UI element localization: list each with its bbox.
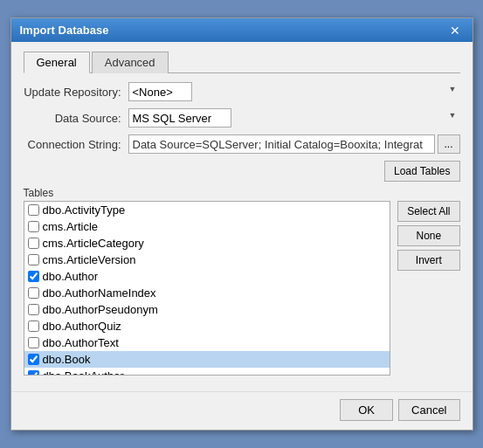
dialog-footer: OK Cancel [11,391,473,430]
data-source-select-wrapper: MS SQL Server [128,108,460,128]
tables-section: dbo.ActivityTypecms.Articlecms.ArticleCa… [24,201,460,376]
connection-string-label: Connection String: [24,138,128,151]
close-button[interactable]: ✕ [446,24,464,37]
table-name: cms.ArticleVersion [43,253,136,266]
table-checkbox[interactable] [28,354,39,365]
update-repository-label: Update Repository: [24,86,128,99]
load-tables-button[interactable]: Load Tables [384,161,460,182]
connection-string-row: Connection String: ... [24,134,460,154]
table-row[interactable]: dbo.BookAuthor [24,368,390,376]
load-tables-row: Load Tables [24,161,460,182]
table-row[interactable]: cms.Article [24,218,390,235]
table-row[interactable]: dbo.Book [24,351,390,368]
table-name: dbo.AuthorText [43,336,119,349]
table-row[interactable]: cms.ArticleVersion [24,252,390,268]
table-checkbox[interactable] [28,221,39,232]
table-name: dbo.ActivityType [43,203,126,217]
cancel-button[interactable]: Cancel [398,399,459,421]
import-database-dialog: Import Database ✕ General Advanced Updat… [10,17,473,431]
data-source-label: Data Source: [24,112,128,125]
table-name: dbo.BookAuthor [43,369,124,376]
dialog-body: General Advanced Update Repository: <Non… [11,42,473,391]
table-row[interactable]: dbo.Author [24,268,390,285]
table-name: cms.ArticleCategory [43,237,144,250]
table-name: cms.Article [43,220,99,233]
table-checkbox[interactable] [28,271,39,282]
table-row[interactable]: dbo.ActivityType [24,202,390,218]
tables-right: Select All None Invert [397,201,459,376]
table-checkbox[interactable] [28,254,39,265]
browse-button[interactable]: ... [438,134,460,154]
table-row[interactable]: dbo.AuthorPseudonym [24,301,390,318]
dialog-title: Import Database [20,24,109,37]
table-name: dbo.AuthorQuiz [43,320,121,333]
table-checkbox[interactable] [28,320,39,332]
table-row[interactable]: dbo.AuthorQuiz [24,318,390,334]
table-name: dbo.Author [43,270,99,283]
table-row[interactable]: cms.ArticleCategory [24,235,390,252]
tables-left: dbo.ActivityTypecms.Articlecms.ArticleCa… [24,201,391,376]
select-all-button[interactable]: Select All [397,201,459,222]
table-name: dbo.AuthorNameIndex [43,286,156,300]
table-checkbox[interactable] [28,204,39,216]
table-row[interactable]: dbo.AuthorText [24,334,390,351]
title-bar: Import Database ✕ [11,18,473,42]
table-checkbox[interactable] [28,304,39,315]
tab-advanced[interactable]: Advanced [92,52,169,73]
table-checkbox[interactable] [28,337,39,348]
tab-bar: General Advanced [24,51,460,73]
connection-string-controls: ... [128,134,460,154]
tables-label: Tables [24,187,460,199]
data-source-row: Data Source: MS SQL Server [24,108,460,128]
tables-list[interactable]: dbo.ActivityTypecms.Articlecms.ArticleCa… [24,201,391,376]
invert-button[interactable]: Invert [397,250,459,271]
none-button[interactable]: None [397,225,459,246]
tab-general[interactable]: General [24,52,90,73]
table-checkbox[interactable] [28,370,39,376]
table-checkbox[interactable] [28,238,39,249]
update-repository-select-wrapper: <None> [128,82,460,101]
update-repository-row: Update Repository: <None> [24,82,460,101]
ok-button[interactable]: OK [340,399,393,421]
update-repository-select[interactable]: <None> [128,82,192,101]
table-checkbox[interactable] [28,287,39,299]
table-name: dbo.Book [43,353,91,366]
data-source-select[interactable]: MS SQL Server [128,108,231,128]
connection-string-input[interactable] [128,134,435,154]
table-name: dbo.AuthorPseudonym [43,303,158,316]
table-row[interactable]: dbo.AuthorNameIndex [24,285,390,301]
